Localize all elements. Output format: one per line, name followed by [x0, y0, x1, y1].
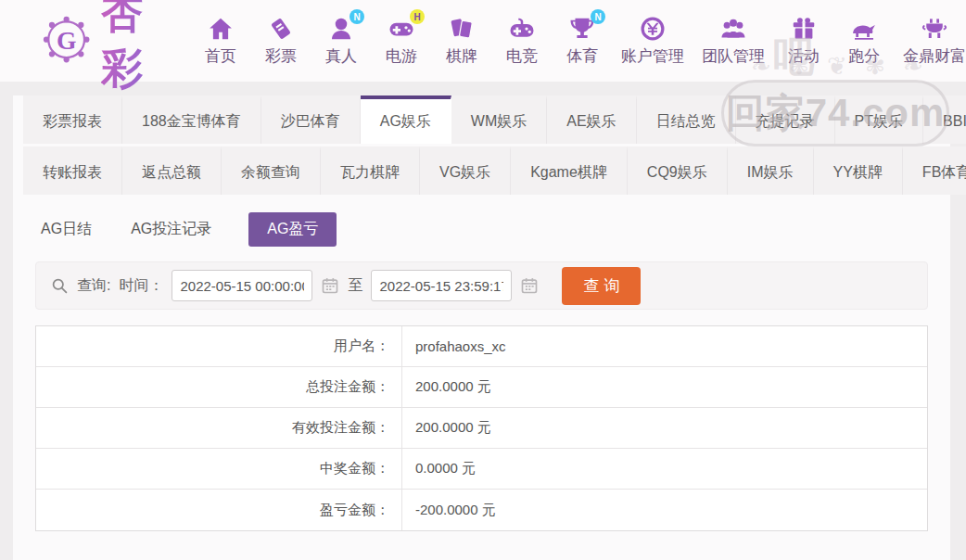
brand-name: 杏彩: [101, 0, 184, 96]
gift-icon: [790, 15, 818, 43]
nav-item-promotions[interactable]: 活动: [782, 15, 825, 67]
live-person-icon: N: [327, 15, 355, 43]
report-tabs-row-1: 彩票报表 188金宝博体育 沙巴体育 AG娱乐 WM娱乐 AE娱乐 日结总览 充…: [13, 95, 950, 144]
tab-wm-yule[interactable]: WM娱乐: [451, 95, 547, 144]
tab-zhuanzhang-baobiao[interactable]: 转账报表: [23, 146, 122, 195]
new-badge: N: [591, 9, 605, 24]
tab-kgame-qipai[interactable]: Kgame棋牌: [511, 146, 628, 195]
query-label: 查询:: [77, 276, 110, 296]
yuan-coin-icon: [639, 15, 667, 43]
nav-label: 金鼎财富: [903, 45, 966, 67]
nav-label: 体育: [566, 45, 598, 67]
trophy-icon: N: [568, 15, 596, 43]
lottery-tickets-icon: [267, 15, 295, 43]
tab-shaba-tiyu[interactable]: 沙巴体育: [261, 95, 361, 144]
table-row-username: 用户名： profahaoxs_xc: [36, 326, 927, 367]
row-label: 总投注金额：: [36, 367, 402, 407]
subtab-ag-rijie[interactable]: AG日结: [39, 212, 94, 247]
nav-label: 电游: [386, 45, 417, 67]
top-header: G 杏彩 首页 彩票 N 真人 H: [0, 0, 966, 82]
profit-loss-table: 用户名： profahaoxs_xc 总投注金额： 200.0000 元 有效投…: [35, 325, 928, 531]
tab-wali-qipai[interactable]: 瓦力棋牌: [321, 146, 420, 195]
tab-yue-chaxun[interactable]: 余额查询: [222, 146, 321, 195]
nav-label: 真人: [325, 45, 357, 67]
nav-item-live[interactable]: N 真人: [320, 15, 362, 67]
nav-item-jinding-wealth[interactable]: 金鼎财富: [903, 15, 966, 67]
nav-item-paofen[interactable]: 跑分: [843, 15, 885, 67]
esports-gamepad-icon: [508, 15, 536, 43]
subtab-ag-touzhu-jilu[interactable]: AG投注记录: [129, 212, 213, 247]
table-row-total-bet: 总投注金额： 200.0000 元: [36, 367, 927, 408]
gamepad-icon: H: [388, 15, 415, 43]
main-nav: 首页 彩票 N 真人 H 电游 棋牌: [199, 15, 966, 67]
query-panel: 查询: 时间： 至 查 询: [35, 261, 928, 310]
new-badge: N: [350, 9, 364, 24]
nav-item-team-management[interactable]: 团队管理: [702, 15, 765, 67]
hot-badge: H: [410, 9, 425, 24]
tab-chongti-jilu[interactable]: 充提记录: [736, 95, 835, 144]
tab-rijie-zonglan[interactable]: 日结总览: [637, 95, 736, 144]
playing-cards-icon: [448, 15, 476, 43]
date-to-input[interactable]: [371, 270, 512, 301]
nav-label: 账户管理: [621, 45, 684, 67]
subtab-ag-yingkui[interactable]: AG盈亏: [248, 212, 337, 247]
row-value: 0.0000 元: [402, 449, 927, 489]
calendar-icon[interactable]: [520, 276, 539, 295]
table-row-winnings: 中奖金额： 0.0000 元: [36, 449, 927, 490]
calendar-icon[interactable]: [321, 276, 339, 295]
search-icon: [51, 277, 69, 295]
nav-label: 活动: [788, 45, 820, 67]
home-icon: [207, 15, 235, 43]
nav-item-egames[interactable]: H 电游: [380, 15, 423, 67]
row-value: -200.0000 元: [402, 490, 927, 530]
nav-label: 跑分: [848, 45, 880, 67]
query-button[interactable]: 查 询: [562, 267, 641, 305]
nav-label: 团队管理: [702, 45, 765, 67]
nav-item-cards[interactable]: 棋牌: [440, 15, 483, 67]
brand-logo[interactable]: G 杏彩: [41, 0, 184, 96]
nav-label: 首页: [205, 45, 236, 67]
tab-fb-tiyu[interactable]: FB体育: [903, 146, 966, 195]
tab-im-yule[interactable]: IM娱乐: [728, 146, 814, 195]
tab-vg-yule[interactable]: VG娱乐: [420, 146, 511, 195]
tab-ag-yule[interactable]: AG娱乐: [361, 95, 451, 144]
row-value: 200.0000 元: [402, 408, 927, 448]
nav-label: 棋牌: [446, 45, 477, 67]
nav-item-home[interactable]: 首页: [199, 15, 242, 67]
nav-label: 彩票: [265, 45, 297, 67]
tab-188-jinbaobo-tiyu[interactable]: 188金宝博体育: [122, 95, 261, 144]
team-icon: [719, 15, 747, 43]
rhino-icon: [850, 15, 878, 43]
nav-item-account-management[interactable]: 账户管理: [621, 15, 684, 67]
date-from-input[interactable]: [172, 270, 312, 301]
ag-subtabs: AG日结 AG投注记录 AG盈亏: [13, 197, 950, 252]
time-field-label: 时间：: [119, 276, 163, 296]
tripod-cauldron-icon: [921, 15, 948, 43]
tab-pt-yule[interactable]: PT娱乐: [835, 95, 923, 144]
row-label: 用户名：: [36, 326, 402, 366]
row-value: 200.0000 元: [402, 367, 927, 407]
row-label: 中奖金额：: [36, 449, 402, 489]
brand-emblem-icon: G: [41, 14, 92, 68]
svg-text:G: G: [57, 26, 77, 55]
tab-cq9-yule[interactable]: CQ9娱乐: [628, 146, 728, 195]
row-label: 盈亏金额：: [36, 490, 402, 530]
range-separator: 至: [348, 276, 362, 296]
tab-yy-qipai[interactable]: YY棋牌: [814, 146, 903, 195]
table-row-valid-bet: 有效投注金额： 200.0000 元: [36, 408, 927, 449]
content-card: 彩票报表 188金宝博体育 沙巴体育 AG娱乐 WM娱乐 AE娱乐 日结总览 充…: [13, 95, 950, 560]
tab-caipiao-baobiao[interactable]: 彩票报表: [23, 95, 122, 144]
table-row-profit-loss: 盈亏金额： -200.0000 元: [36, 490, 927, 530]
tab-fandian-zonge[interactable]: 返点总额: [122, 146, 222, 195]
tab-bbin[interactable]: BBIN: [923, 95, 966, 144]
nav-item-esports[interactable]: 电竞: [501, 15, 543, 67]
report-tabs-row-2: 转账报表 返点总额 余额查询 瓦力棋牌 VG娱乐 Kgame棋牌 CQ9娱乐 I…: [13, 146, 950, 195]
nav-label: 电竞: [506, 45, 538, 67]
row-label: 有效投注金额：: [36, 408, 402, 448]
tab-ae-yule[interactable]: AE娱乐: [547, 95, 636, 144]
nav-item-lottery[interactable]: 彩票: [260, 15, 302, 67]
nav-item-sports[interactable]: N 体育: [561, 15, 604, 67]
row-value: profahaoxs_xc: [402, 326, 927, 366]
